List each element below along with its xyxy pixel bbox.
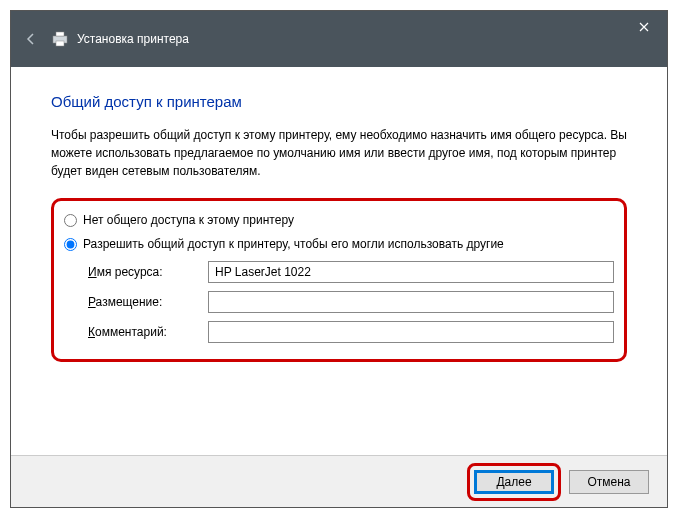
resource-name-label: Имя ресурса: [88, 265, 208, 279]
window-title: Установка принтера [77, 32, 189, 46]
comment-row: Комментарий: [88, 321, 614, 343]
radio-no-share-input[interactable] [64, 214, 77, 227]
radio-no-share-label: Нет общего доступа к этому принтеру [83, 213, 294, 227]
next-button[interactable]: Далее [474, 470, 554, 494]
location-label: Размещение: [88, 295, 208, 309]
radio-share[interactable]: Разрешить общий доступ к принтеру, чтобы… [64, 237, 614, 251]
resource-name-row: Имя ресурса: [88, 261, 614, 283]
sharing-options-group: Нет общего доступа к этому принтеру Разр… [51, 198, 627, 362]
cancel-button[interactable]: Отмена [569, 470, 649, 494]
location-input[interactable] [208, 291, 614, 313]
radio-share-input[interactable] [64, 238, 77, 251]
svg-rect-1 [56, 32, 64, 36]
radio-share-label: Разрешить общий доступ к принтеру, чтобы… [83, 237, 504, 251]
comment-input[interactable] [208, 321, 614, 343]
page-heading: Общий доступ к принтерам [51, 93, 627, 110]
close-icon[interactable] [621, 11, 667, 43]
svg-rect-2 [56, 41, 64, 46]
printer-wizard-window: Установка принтера Общий доступ к принте… [10, 10, 668, 508]
comment-label: Комментарий: [88, 325, 208, 339]
location-row: Размещение: [88, 291, 614, 313]
printer-icon [51, 31, 69, 47]
radio-no-share[interactable]: Нет общего доступа к этому принтеру [64, 213, 614, 227]
resource-name-input[interactable] [208, 261, 614, 283]
footer-bar: Далее Отмена [11, 455, 667, 507]
titlebar: Установка принтера [11, 11, 667, 67]
page-description: Чтобы разрешить общий доступ к этому при… [51, 126, 627, 180]
next-button-highlight: Далее [467, 463, 561, 501]
back-icon[interactable] [11, 31, 51, 47]
content-area: Общий доступ к принтерам Чтобы разрешить… [11, 67, 667, 455]
